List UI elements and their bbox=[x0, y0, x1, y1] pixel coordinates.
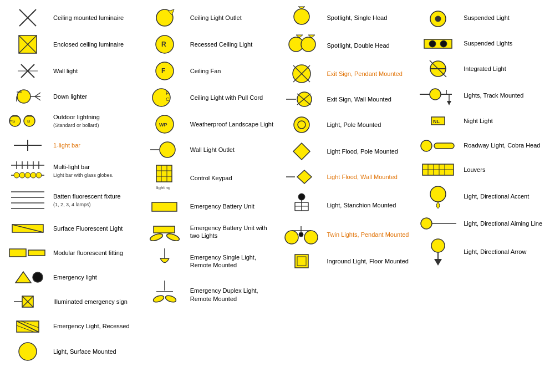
symbol-spotlight-single bbox=[279, 7, 324, 29]
label-modular-fluorescent: Modular fluorescent fitting bbox=[50, 249, 139, 257]
svg-point-86 bbox=[301, 37, 315, 52]
symbol-row: Light Flood, Wall Mounted bbox=[278, 165, 414, 189]
column-3: Spotlight, Single Head Spotlight, Double… bbox=[278, 4, 414, 388]
label-emergency-recessed: Emergency Light, Recessed bbox=[50, 322, 139, 330]
label-1-light-bar: 1-light bar bbox=[50, 141, 139, 149]
symbol-row: Batten fluorescent fixture (1, 2, 3, 4 l… bbox=[4, 184, 140, 216]
symbol-row: NL Night Light bbox=[415, 109, 551, 133]
svg-point-44 bbox=[33, 272, 43, 282]
symbol-row: Light Flood, Pole Mounted bbox=[278, 138, 414, 165]
svg-point-66 bbox=[160, 142, 175, 157]
svg-rect-73 bbox=[152, 202, 177, 211]
svg-point-138 bbox=[430, 186, 446, 202]
symbol-integrated-light bbox=[416, 58, 460, 80]
symbol-directional-arrow bbox=[416, 238, 460, 266]
svg-point-116 bbox=[435, 16, 441, 22]
svg-point-109 bbox=[304, 231, 318, 244]
symbol-row: Emergency Light, Recessed bbox=[4, 314, 140, 338]
symbol-surface-fluorescent bbox=[6, 220, 50, 237]
symbol-row: Louvers bbox=[415, 157, 551, 182]
symbol-row: Roadway Light, Cobra Head bbox=[415, 133, 551, 157]
symbol-emergency-recessed bbox=[6, 317, 50, 336]
label-ceiling-pullcord: Ceiling Light with Pull Cord bbox=[187, 94, 276, 101]
svg-point-110 bbox=[299, 232, 303, 237]
symbol-light-surface bbox=[6, 340, 50, 363]
label-suspended-lights: Suspended Lights bbox=[460, 39, 549, 47]
svg-line-11 bbox=[35, 96, 40, 100]
svg-point-75 bbox=[149, 232, 164, 242]
label-emergency-battery-two: Emergency Battery Unit with two Lights bbox=[187, 224, 276, 240]
symbol-outdoor-lightning: S B bbox=[6, 113, 50, 129]
label-wall-light: Wall light bbox=[50, 67, 139, 75]
symbol-row: Multi-light bar Light bar with glass glo… bbox=[4, 157, 140, 184]
symbol-row: Light, Directional Arrow bbox=[415, 236, 551, 268]
symbol-row: Suspended Lights bbox=[415, 31, 551, 55]
symbol-suspended-lights bbox=[416, 35, 460, 52]
symbol-row: Suspended Light bbox=[415, 4, 551, 31]
svg-point-80 bbox=[152, 294, 165, 303]
symbol-row: Emergency Duplex Light, Remote Mounted bbox=[141, 277, 277, 312]
label-spotlight-single: Spotlight, Single Head bbox=[324, 14, 413, 22]
symbol-row: Spotlight, Single Head bbox=[278, 4, 414, 31]
svg-text:P: P bbox=[166, 90, 169, 96]
symbol-emergency-battery bbox=[142, 198, 187, 215]
label-weatherproof: Weatherproof Landscape Light bbox=[187, 120, 276, 128]
svg-point-141 bbox=[431, 239, 445, 252]
label-light-surface: Light, Surface Mounted bbox=[50, 348, 139, 355]
symbol-row: Light, Directional Aiming Line bbox=[415, 211, 551, 236]
symbol-light-pole bbox=[279, 114, 324, 136]
symbol-track-mounted bbox=[416, 84, 460, 106]
symbol-wall-light bbox=[6, 60, 50, 82]
symbols-grid: Ceiling mounted luminaire Enclosed ceili… bbox=[4, 4, 551, 388]
label-ceiling-mounted: Ceiling mounted luminaire bbox=[50, 14, 139, 22]
symbol-row: lighting Control Keypad bbox=[141, 162, 277, 194]
symbol-cobra-head bbox=[416, 139, 460, 152]
symbol-ceiling-fan: F bbox=[142, 60, 187, 82]
svg-point-130 bbox=[421, 140, 432, 151]
symbol-suspended-light bbox=[416, 7, 460, 29]
page: Ceiling mounted luminaire Enclosed ceili… bbox=[0, 0, 555, 392]
symbol-modular-fluorescent bbox=[6, 245, 50, 261]
svg-point-96 bbox=[294, 117, 309, 133]
symbol-1-light-bar bbox=[6, 137, 50, 154]
svg-point-30 bbox=[14, 172, 19, 178]
symbol-row: WP Weatherproof Landscape Light bbox=[141, 111, 277, 138]
label-emergency-battery: Emergency Battery Unit bbox=[187, 202, 276, 210]
label-ceiling-light-outlet: Ceiling Light Outlet bbox=[187, 14, 276, 22]
svg-point-34 bbox=[36, 172, 42, 178]
symbol-flood-wall bbox=[279, 167, 324, 187]
symbol-row: Spotlight, Double Head bbox=[278, 31, 414, 60]
svg-marker-84 bbox=[298, 7, 305, 9]
svg-rect-131 bbox=[434, 143, 454, 149]
label-illuminated-emergency: Illuminated emergency sign bbox=[50, 298, 139, 306]
svg-rect-41 bbox=[9, 249, 26, 257]
svg-point-124 bbox=[430, 89, 441, 100]
column-4: Suspended Light Suspended Lights bbox=[415, 4, 551, 388]
svg-rect-67 bbox=[156, 165, 172, 182]
svg-point-53 bbox=[19, 343, 37, 360]
symbol-wall-light-outlet bbox=[142, 140, 187, 160]
svg-text:C: C bbox=[166, 96, 170, 102]
symbol-row: Light, Surface Mounted bbox=[4, 338, 140, 365]
symbol-batten-fluorescent bbox=[6, 186, 50, 214]
svg-text:R: R bbox=[161, 40, 166, 48]
symbol-row: Enclosed ceiling luminaire bbox=[4, 31, 140, 58]
svg-marker-100 bbox=[297, 170, 312, 184]
column-1: Ceiling mounted luminaire Enclosed ceili… bbox=[4, 4, 140, 388]
svg-point-119 bbox=[440, 40, 447, 47]
symbol-down-lighter bbox=[6, 88, 50, 105]
label-control-keypad: Control Keypad bbox=[187, 174, 276, 182]
svg-rect-74 bbox=[154, 226, 175, 233]
symbol-inground bbox=[279, 250, 324, 272]
label-louvers: Louvers bbox=[460, 166, 549, 174]
label-outdoor-lightning: Outdoor lightning (Standard or bollard) bbox=[50, 113, 139, 129]
symbol-row: 1-light bar bbox=[4, 133, 140, 157]
label-inground: Inground Light, Floor Mounted bbox=[324, 257, 413, 265]
symbol-row: F Ceiling Fan bbox=[141, 58, 277, 84]
svg-rect-42 bbox=[28, 250, 45, 256]
label-night-light: Night Light bbox=[460, 117, 549, 125]
symbol-exit-pendant bbox=[279, 63, 324, 85]
symbol-ceiling-pullcord: P C bbox=[142, 86, 187, 109]
symbol-row: Emergency Single Light, Remote Mounted bbox=[141, 245, 277, 277]
symbol-spotlight-double bbox=[279, 33, 324, 58]
